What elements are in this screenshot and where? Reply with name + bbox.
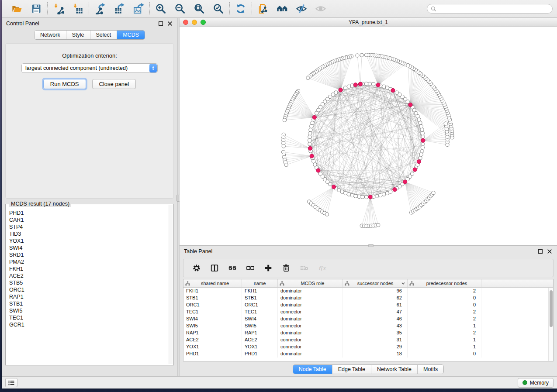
table-row[interactable]: STB1STB1dominator620 (183, 295, 553, 302)
tab-select[interactable]: Select (90, 31, 118, 39)
table-cell: connector (278, 344, 343, 351)
table-row[interactable]: PHD1PHD1dominator180 (183, 351, 553, 358)
table-cell: TEC1 (242, 309, 278, 316)
network-canvas[interactable] (180, 27, 557, 245)
horizontal-splitter-grip[interactable] (368, 244, 374, 247)
settings-icon[interactable] (191, 263, 202, 273)
table-cell: connector (278, 337, 343, 344)
table-cell: 47 (343, 309, 408, 316)
table-cell: dominator (278, 351, 343, 358)
table-row[interactable]: RAP1RAP1dominator352 (183, 330, 553, 337)
window-close-icon[interactable] (183, 20, 188, 25)
optimization-criterion-select[interactable]: largest connected component (undirected)… (21, 63, 158, 73)
window-minimize-icon[interactable] (192, 20, 197, 25)
select-all-icon[interactable] (227, 263, 238, 273)
close-panel-button[interactable]: Close panel (92, 79, 136, 89)
table-cell: 1 (408, 337, 481, 344)
split-panel-icon[interactable] (209, 263, 220, 273)
refresh-icon[interactable] (234, 2, 247, 15)
network-from-selection-icon[interactable] (256, 2, 270, 15)
tab-network[interactable]: Network (35, 31, 66, 39)
mcds-result-item[interactable]: STB1 (9, 300, 168, 307)
table-scrollbar-thumb[interactable] (550, 290, 553, 327)
import-table-icon[interactable] (71, 2, 84, 15)
mcds-result-item[interactable]: TID3 (9, 230, 168, 237)
table-cell: 0 (408, 351, 481, 358)
close-panel-icon[interactable] (547, 249, 553, 254)
mcds-pane: Optimization criterion: largest connecte… (5, 43, 174, 199)
mcds-result-item[interactable]: FKH1 (9, 265, 168, 272)
deselect-all-icon[interactable] (245, 263, 256, 273)
table-cell: PHD1 (242, 351, 278, 358)
mcds-result-item[interactable]: STB5 (9, 279, 168, 286)
network-graph[interactable] (180, 27, 557, 245)
run-mcds-button[interactable]: Run MCDS (43, 79, 86, 89)
tab-style[interactable]: Style (66, 31, 90, 39)
table-cell: 2 (408, 316, 481, 323)
table-row[interactable]: SWI5SWI5connector431 (183, 323, 553, 330)
mcds-result-scrollbar[interactable] (169, 205, 173, 364)
save-session-icon[interactable] (30, 2, 43, 15)
mcds-result-item[interactable]: ORC1 (9, 286, 168, 293)
column-header-MCDS-role[interactable]: MCDS role (278, 279, 343, 287)
mcds-result-item[interactable]: GCR1 (9, 321, 168, 328)
hide-selected-icon[interactable] (295, 2, 308, 15)
table-cell: dominator (278, 288, 343, 295)
table-row[interactable]: YOX1YOX1connector291 (183, 344, 553, 351)
zoom-selected-icon[interactable] (212, 2, 225, 15)
zoom-fit-icon[interactable] (193, 2, 206, 15)
table-row[interactable]: ACE2ACE2connector311 (183, 337, 553, 344)
float-panel-icon[interactable] (158, 21, 164, 27)
column-header-predecessor-nodes[interactable]: predecessor nodes (408, 279, 481, 287)
column-header-successor-nodes[interactable]: successor nodes (343, 279, 408, 287)
search-box[interactable] (427, 4, 553, 14)
status-bar: Memory (2, 376, 557, 389)
export-network-icon[interactable] (93, 2, 107, 15)
table-cell: RAP1 (183, 330, 242, 337)
mcds-result-item[interactable]: CAR1 (9, 217, 168, 224)
table-row[interactable]: TEC1TEC1connector472 (183, 309, 553, 316)
mcds-result-item[interactable]: SWI4 (9, 244, 168, 251)
mcds-result-item[interactable]: YOX1 (9, 237, 168, 244)
table-cell: STB1 (183, 295, 242, 302)
table-cell: FKH1 (242, 288, 278, 295)
tab-network-table[interactable]: Network Table (371, 365, 418, 374)
tab-motifs[interactable]: Motifs (418, 365, 443, 374)
sort-desc-icon (401, 281, 405, 285)
column-header-name[interactable]: name (242, 279, 278, 287)
tab-edge-table[interactable]: Edge Table (332, 365, 371, 374)
float-panel-icon[interactable] (538, 249, 543, 254)
mcds-result-item[interactable]: PMA2 (9, 258, 168, 265)
table-cell: YOX1 (242, 344, 278, 351)
close-panel-icon[interactable] (167, 21, 173, 27)
column-header-shared-name[interactable]: shared name (183, 279, 242, 287)
search-input[interactable] (439, 6, 549, 12)
table-scrollbar[interactable] (548, 288, 553, 361)
zoom-in-icon[interactable] (154, 2, 167, 15)
window-maximize-icon[interactable] (201, 20, 206, 25)
mcds-result-item[interactable]: PHD1 (9, 210, 168, 217)
memory-button[interactable]: Memory (518, 378, 554, 388)
add-column-icon[interactable] (263, 263, 273, 273)
mcds-result-item[interactable]: SRD1 (9, 251, 168, 258)
mcds-result-item[interactable]: RAP1 (9, 293, 168, 300)
import-network-icon[interactable] (52, 2, 65, 15)
table-row[interactable]: ORC1ORC1dominator610 (183, 302, 553, 309)
first-neighbors-icon[interactable] (276, 2, 289, 15)
table-row[interactable]: FKH1FKH1dominator962 (183, 288, 553, 295)
show-panels-menu-button[interactable] (5, 378, 17, 387)
open-file-icon[interactable] (10, 2, 24, 15)
export-image-icon[interactable] (132, 2, 145, 15)
tab-node-table[interactable]: Node Table (293, 365, 332, 374)
table-row[interactable]: SWI4SWI4dominator462 (183, 316, 553, 323)
table-cell: 43 (343, 323, 408, 330)
zoom-out-icon[interactable] (173, 2, 187, 15)
delete-column-icon[interactable] (281, 263, 291, 273)
table-cell: ORC1 (183, 302, 242, 309)
mcds-result-item[interactable]: STP4 (9, 224, 168, 230)
export-table-icon[interactable] (113, 2, 126, 15)
mcds-result-item[interactable]: ACE2 (9, 272, 168, 279)
mcds-result-item[interactable]: TEC1 (9, 314, 168, 321)
mcds-result-item[interactable]: SWI5 (9, 307, 168, 314)
tab-mcds[interactable]: MCDS (117, 31, 145, 39)
